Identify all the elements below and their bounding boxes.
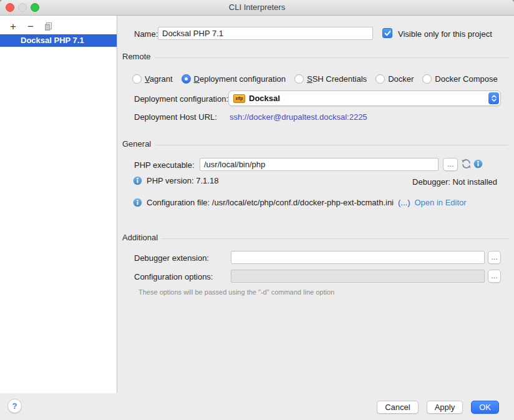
add-interpreter-button[interactable]: + — [7, 21, 19, 32]
remote-type-radio-deployment-configuration[interactable]: Deployment configuration — [182, 74, 286, 84]
additional-header-label: Additional — [122, 233, 158, 242]
configuration-options-input — [231, 270, 485, 283]
radio-label: Deployment configuration — [194, 74, 286, 84]
host-url-link[interactable]: ssh://docker@drupaltest.docksal:2225 — [230, 112, 367, 122]
remote-type-radio-docker[interactable]: Docker — [376, 74, 414, 84]
dialog-buttons: Cancel Apply OK — [377, 401, 499, 414]
ok-button[interactable]: OK — [471, 401, 499, 414]
interpreters-sidebar: + − Docksal PHP 7.1 — [0, 16, 117, 393]
radio-label: Docker — [388, 74, 414, 84]
radio-circle-icon — [422, 74, 432, 84]
apply-button[interactable]: Apply — [427, 401, 463, 414]
name-label: Name: — [134, 29, 158, 39]
radio-circle-icon — [376, 74, 385, 84]
debugger-extension-browse-button[interactable]: ... — [488, 251, 501, 264]
deployment-config-select[interactable]: sftp Docksal — [228, 90, 501, 106]
remove-interpreter-button[interactable]: − — [25, 21, 36, 32]
info-icon — [133, 176, 142, 185]
window-title: CLI Interpreters — [0, 2, 514, 12]
radio-circle-icon — [182, 74, 191, 84]
info-icon — [133, 198, 142, 207]
section-divider — [162, 238, 508, 239]
deployment-config-label: Deployment configuration: — [134, 94, 228, 104]
config-file-text: Configuration file: /usr/local/etc/php/c… — [147, 198, 394, 207]
remote-type-radio-docker-compose[interactable]: Docker Compose — [422, 74, 497, 84]
open-in-editor-link[interactable]: Open in Editor — [415, 198, 467, 207]
php-version-text: PHP version: 7.1.18 — [147, 176, 218, 185]
visible-only-label: Visible only for this project — [398, 29, 492, 39]
name-input[interactable] — [158, 27, 373, 40]
sftp-icon: sftp — [233, 94, 245, 103]
remote-section-header: Remote — [122, 52, 508, 61]
radio-label: SSH Credentials — [307, 74, 367, 84]
radio-circle-icon — [132, 74, 142, 84]
config-file-more-link[interactable]: (...) — [398, 198, 410, 207]
debugger-extension-label: Debugger extension: — [134, 253, 209, 263]
section-divider — [155, 57, 508, 58]
remote-type-radio-group: VagrantDeployment configurationSSH Crede… — [132, 74, 498, 84]
info-icon[interactable] — [473, 159, 483, 168]
php-executable-browse-button[interactable]: ... — [443, 158, 458, 171]
debugger-extension-input[interactable] — [231, 251, 485, 264]
additional-section-header: Additional — [122, 233, 508, 242]
remote-type-radio-vagrant[interactable]: Vagrant — [132, 74, 173, 84]
footer-bar: ? Cancel Apply OK — [0, 393, 514, 420]
visible-only-checkbox[interactable] — [382, 28, 392, 38]
section-divider — [155, 145, 508, 145]
remote-header-label: Remote — [122, 52, 151, 61]
configuration-options-browse-button[interactable]: ... — [488, 270, 501, 283]
deployment-config-value: Docksal — [249, 94, 280, 103]
radio-circle-icon — [294, 74, 304, 84]
interpreter-list: Docksal PHP 7.1 — [0, 34, 117, 47]
remote-type-radio-ssh-credentials[interactable]: SSH Credentials — [294, 74, 367, 84]
copy-interpreter-icon[interactable] — [42, 22, 54, 31]
radio-label: Vagrant — [145, 74, 173, 84]
configuration-options-label: Configuration options: — [134, 272, 213, 281]
php-executable-input[interactable] — [200, 158, 439, 171]
config-file-row: Configuration file: /usr/local/etc/php/c… — [133, 198, 467, 207]
titlebar[interactable]: CLI Interpreters — [0, 0, 514, 16]
php-version-row: PHP version: 7.1.18 — [133, 176, 218, 185]
reload-icon[interactable] — [461, 159, 472, 169]
cli-interpreters-dialog: CLI Interpreters + − Docksal PHP 7.1 Nam… — [0, 0, 514, 420]
options-hint-text: These options will be passed using the "… — [138, 288, 334, 296]
settings-panel: Name: Visible only for this project Remo… — [118, 16, 514, 393]
general-header-label: General — [122, 139, 151, 149]
php-executable-label: PHP executable: — [134, 160, 195, 170]
sidebar-toolbar: + − — [0, 16, 117, 34]
help-button[interactable]: ? — [7, 399, 22, 413]
cancel-button[interactable]: Cancel — [377, 401, 418, 414]
interpreter-list-item[interactable]: Docksal PHP 7.1 — [0, 34, 117, 47]
radio-label: Docker Compose — [435, 74, 497, 84]
debugger-status-text: Debugger: Not installed — [412, 177, 497, 187]
host-url-label: Deployment Host URL: — [134, 112, 217, 122]
general-section-header: General — [122, 139, 508, 149]
chevron-up-down-icon[interactable] — [488, 92, 499, 104]
